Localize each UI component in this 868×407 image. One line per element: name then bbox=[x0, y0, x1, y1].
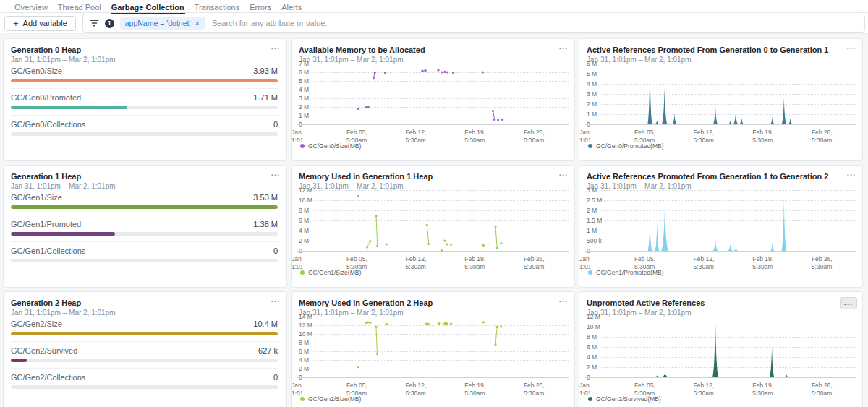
panel-menu-button[interactable]: ... bbox=[559, 168, 568, 177]
y-axis-tick-label: 6 M bbox=[299, 69, 309, 76]
metric-value: 0 bbox=[273, 373, 278, 382]
x-tick-time: 5:30am bbox=[406, 390, 427, 398]
panel-unpromoted-active-references: Unpromoted Active ReferencesJan 31, 1:01… bbox=[579, 291, 863, 407]
y-axis-tick-label: 6 M bbox=[299, 348, 309, 355]
y-axis-tick-label: 2 M bbox=[299, 366, 309, 372]
metric-value: 3.93 M bbox=[253, 67, 278, 75]
metric-bar-track bbox=[11, 359, 278, 362]
x-tick-date: Jan 31, bbox=[579, 255, 590, 263]
legend-item[interactable]: GC/Gen0/Size(MB) bbox=[300, 142, 361, 150]
x-tick-time: 5:30am bbox=[464, 263, 485, 271]
y-axis-tick-label: 6 M bbox=[299, 218, 309, 224]
metric-bar-track bbox=[11, 232, 278, 236]
x-tick-date: Jan 31, bbox=[292, 382, 302, 390]
panel-menu-button[interactable]: ... bbox=[840, 297, 857, 309]
x-tick-date: Feb 19, bbox=[464, 129, 485, 137]
panel-menu-button[interactable]: ... bbox=[271, 168, 280, 177]
y-axis-tick-label: 2 M bbox=[587, 101, 597, 108]
x-tick-time: 5:30am bbox=[812, 137, 833, 145]
y-axis-tick-label: 1.5 M bbox=[587, 218, 602, 224]
metric-value: 0 bbox=[273, 247, 278, 255]
x-tick-time: 5:30am bbox=[406, 263, 427, 271]
panel-time-range: Jan 31, 1:01pm – Mar 2, 1:01pm bbox=[292, 54, 574, 64]
x-tick-time: 5:30am bbox=[694, 263, 715, 271]
add-variable-button[interactable]: + Add variable bbox=[4, 16, 76, 31]
x-tick-time: 5:30am bbox=[752, 263, 773, 271]
panel-active-references-promoted-from-generation-0-to-generation-1: Active References Promoted From Generati… bbox=[579, 38, 863, 161]
metric-label: GC/Gen0/Size bbox=[11, 67, 62, 75]
filter-chip-label: appName = 'dotnet' bbox=[125, 19, 191, 27]
panel-grid: Generation 0 HeapJan 31, 1:01pm – Mar 2,… bbox=[3, 38, 865, 407]
panel-generation-2-heap: Generation 2 HeapJan 31, 1:01pm – Mar 2,… bbox=[3, 291, 287, 407]
panel-menu-button[interactable]: ... bbox=[847, 168, 856, 177]
filter-chip-close-icon[interactable]: × bbox=[195, 20, 199, 27]
tab-overview[interactable]: Overview bbox=[9, 3, 53, 14]
y-axis-tick-label: 8 M bbox=[587, 334, 597, 340]
panel-available-memory-to-be-allocated: Available Memory to be AllocatedJan 31, … bbox=[291, 38, 575, 161]
legend-item[interactable]: GC/Gen2/Survived(MB) bbox=[588, 395, 661, 403]
x-tick-date: Feb 12, bbox=[694, 382, 715, 390]
metric-line: GC/Gen0/Promoted1.71 M bbox=[11, 93, 278, 102]
x-axis-tick-label: Feb 19,5:30am bbox=[752, 129, 773, 145]
x-axis-tick-label: Feb 26,5:30am bbox=[524, 129, 545, 145]
chart-series bbox=[313, 64, 570, 126]
legend-item[interactable]: GC/Gen1/Size(MB) bbox=[300, 269, 361, 276]
add-variable-label: Add variable bbox=[23, 19, 67, 27]
tab-thread-pool[interactable]: Thread Pool bbox=[53, 3, 106, 14]
legend-item[interactable]: GC/Gen1/Promoted(MB) bbox=[588, 269, 664, 276]
y-axis-tick-label: 2 M bbox=[587, 364, 597, 371]
panel-time-range: Jan 31, 1:01pm – Mar 2, 1:01pm bbox=[292, 181, 574, 190]
metric-bar-fill bbox=[11, 232, 115, 236]
metric-list: GC/Gen2/Size10.4 MGC/Gen2/Survived627 kG… bbox=[11, 315, 278, 389]
metric-row: GC/Gen0/Collections0 bbox=[11, 115, 278, 136]
legend-series-label: GC/Gen1/Size(MB) bbox=[308, 269, 361, 276]
filter-search-box[interactable]: 1 appName = 'dotnet' × bbox=[82, 14, 865, 33]
x-tick-date: Feb 12, bbox=[694, 255, 715, 263]
x-tick-date: Feb 19, bbox=[752, 129, 773, 137]
applied-filter-count-badge: 1 bbox=[105, 19, 114, 28]
panel-menu-button[interactable]: ... bbox=[271, 42, 280, 51]
tab-alerts[interactable]: Alerts bbox=[276, 3, 307, 14]
legend-series-label: GC/Gen2/Survived(MB) bbox=[596, 395, 661, 403]
metric-value: 10.4 M bbox=[253, 320, 278, 328]
x-tick-time: 5:30am bbox=[524, 137, 545, 145]
legend-item[interactable]: GC/Gen2/Size(MB) bbox=[300, 395, 361, 403]
x-tick-date: Feb 05, bbox=[346, 129, 367, 137]
y-axis-tick-label: 6 M bbox=[587, 344, 597, 351]
panel-menu-button[interactable]: ... bbox=[559, 42, 568, 51]
panel-menu-button[interactable]: ... bbox=[271, 295, 280, 304]
y-axis-tick-label: 5 M bbox=[299, 78, 309, 85]
metric-label: GC/Gen1/Promoted bbox=[11, 220, 81, 228]
legend-series-dot bbox=[300, 144, 305, 148]
search-input[interactable] bbox=[210, 18, 858, 28]
x-axis-tick-label: Feb 12,5:30am bbox=[406, 382, 427, 398]
filter-chip-appname[interactable]: appName = 'dotnet' × bbox=[120, 17, 205, 30]
metric-row: GC/Gen1/Size3.53 M bbox=[11, 189, 278, 209]
y-axis-tick-label: 7 M bbox=[299, 61, 309, 67]
y-axis-tick-label: 12 M bbox=[299, 322, 312, 329]
metric-value: 0 bbox=[273, 120, 278, 129]
legend-series-label: GC/Gen0/Size(MB) bbox=[308, 142, 361, 150]
x-axis-tick-label: Feb 26,5:30am bbox=[524, 382, 545, 398]
metric-bar-fill bbox=[11, 332, 278, 335]
panel-menu-button[interactable]: ... bbox=[559, 295, 568, 304]
tab-transactions[interactable]: Transactions bbox=[190, 3, 245, 14]
metric-bar-fill bbox=[11, 359, 27, 362]
tab-garbage-collection[interactable]: Garbage Collection bbox=[106, 3, 190, 14]
panel-title: Generation 0 Heap bbox=[4, 39, 286, 54]
metric-value: 1.38 M bbox=[253, 220, 278, 228]
y-axis-tick-label: 2 M bbox=[299, 104, 309, 111]
x-tick-time: 5:30am bbox=[812, 390, 833, 398]
x-tick-time: 5:30am bbox=[406, 137, 427, 145]
panel-menu-button[interactable]: ... bbox=[847, 42, 856, 51]
metric-row: GC/Gen1/Promoted1.38 M bbox=[11, 215, 278, 236]
y-axis-tick-label: 4 M bbox=[587, 354, 597, 361]
tab-errors[interactable]: Errors bbox=[244, 3, 276, 14]
dashboard-tabbar: OverviewThread PoolGarbage CollectionTra… bbox=[0, 0, 868, 13]
x-axis-tick-label: Feb 19,5:30am bbox=[752, 255, 773, 271]
legend-item[interactable]: GC/Gen0/Promoted(MB) bbox=[588, 142, 664, 150]
chart-series bbox=[313, 190, 570, 252]
metric-label: GC/Gen2/Survived bbox=[11, 346, 77, 355]
x-tick-date: Feb 12, bbox=[406, 255, 427, 263]
x-tick-date: Feb 26, bbox=[524, 255, 545, 263]
